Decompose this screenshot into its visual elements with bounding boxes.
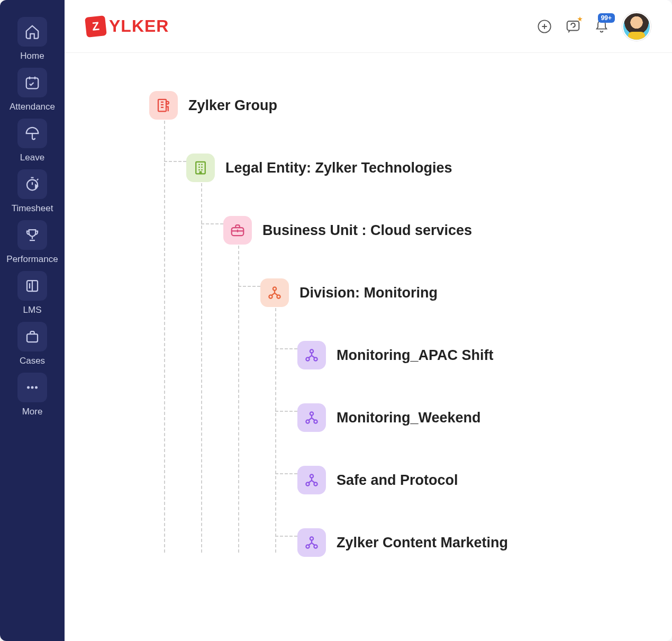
logo-text: YLKER	[109, 16, 169, 36]
help-button[interactable]	[565, 19, 581, 34]
tree-node-division[interactable]: Division: Monitoring	[260, 272, 651, 313]
logo-badge: Z	[85, 15, 107, 38]
company-icon	[149, 91, 178, 120]
team-icon	[297, 341, 326, 369]
node-label: Monitoring_Weekend	[337, 410, 481, 426]
node-label: Safe and Protocol	[337, 472, 458, 489]
sidebar-item-label: Timesheet	[12, 203, 53, 214]
sidebar-item-label: Cases	[20, 356, 45, 366]
avatar[interactable]	[622, 12, 651, 41]
sidebar-item-more[interactable]: More	[0, 373, 65, 417]
sidebar-item-attendance[interactable]: Attendance	[0, 68, 65, 112]
org-tree: Zylker Group Legal Entity: Zylker Techno…	[65, 53, 672, 641]
topbar: Z YLKER 99+	[65, 0, 672, 53]
stopwatch-icon	[17, 169, 47, 199]
svg-point-6	[35, 386, 38, 389]
book-icon	[17, 271, 47, 301]
node-label: Monitoring_APAC Shift	[337, 347, 493, 364]
sidebar-item-performance[interactable]: Performance	[0, 220, 65, 265]
svg-point-12	[273, 287, 276, 290]
tree-node-leaf[interactable]: Monitoring_Weekend	[297, 397, 651, 438]
node-label: Zylker Content Marketing	[337, 535, 508, 551]
sidebar-item-timesheet[interactable]: Timesheet	[0, 169, 65, 214]
tree-node-root[interactable]: Zylker Group	[149, 85, 651, 126]
node-label: Business Unit : Cloud services	[262, 222, 472, 239]
add-button[interactable]	[537, 19, 552, 34]
svg-point-21	[310, 474, 313, 477]
calendar-check-icon	[17, 68, 47, 97]
svg-point-5	[31, 386, 34, 389]
trophy-icon	[17, 220, 47, 250]
building-icon	[186, 154, 215, 182]
sidebar-item-label: Performance	[6, 254, 58, 265]
sidebar-item-label: Home	[20, 51, 44, 61]
team-icon	[297, 466, 326, 494]
node-label: Legal Entity: Zylker Technologies	[225, 160, 452, 176]
division-icon	[260, 278, 289, 307]
team-icon	[297, 528, 326, 557]
briefcase-icon	[17, 322, 47, 351]
sidebar-item-home[interactable]: Home	[0, 17, 65, 61]
tree-node-leaf[interactable]: Safe and Protocol	[297, 459, 651, 501]
svg-rect-3	[27, 334, 38, 342]
umbrella-icon	[17, 119, 47, 148]
svg-point-15	[310, 349, 313, 353]
sidebar-item-lms[interactable]: LMS	[0, 271, 65, 315]
tree-node-entity[interactable]: Legal Entity: Zylker Technologies	[186, 147, 651, 188]
tree-node-unit[interactable]: Business Unit : Cloud services	[223, 210, 651, 251]
sidebar-item-label: More	[22, 407, 43, 417]
sidebar-item-label: Attendance	[10, 102, 55, 112]
tree-node-leaf[interactable]: Monitoring_APAC Shift	[297, 335, 651, 376]
brand-logo[interactable]: Z YLKER	[86, 16, 169, 37]
more-icon	[17, 373, 47, 402]
notification-badge: 99+	[598, 13, 615, 23]
team-icon	[297, 403, 326, 432]
svg-point-4	[27, 386, 30, 389]
sidebar: Home Attendance Leave Timesheet Performa	[0, 0, 65, 641]
node-label: Zylker Group	[188, 97, 277, 114]
tree-node-leaf[interactable]: Zylker Content Marketing	[297, 522, 651, 563]
home-icon	[17, 17, 47, 47]
svg-rect-9	[158, 100, 166, 112]
sidebar-item-cases[interactable]: Cases	[0, 322, 65, 366]
svg-point-24	[310, 537, 313, 540]
svg-point-18	[310, 412, 313, 415]
sidebar-item-label: LMS	[23, 305, 42, 315]
sidebar-item-label: Leave	[20, 152, 44, 163]
briefcase-unit-icon	[223, 216, 252, 245]
sidebar-item-leave[interactable]: Leave	[0, 119, 65, 163]
node-label: Division: Monitoring	[299, 285, 438, 301]
notifications-button[interactable]: 99+	[594, 19, 610, 34]
